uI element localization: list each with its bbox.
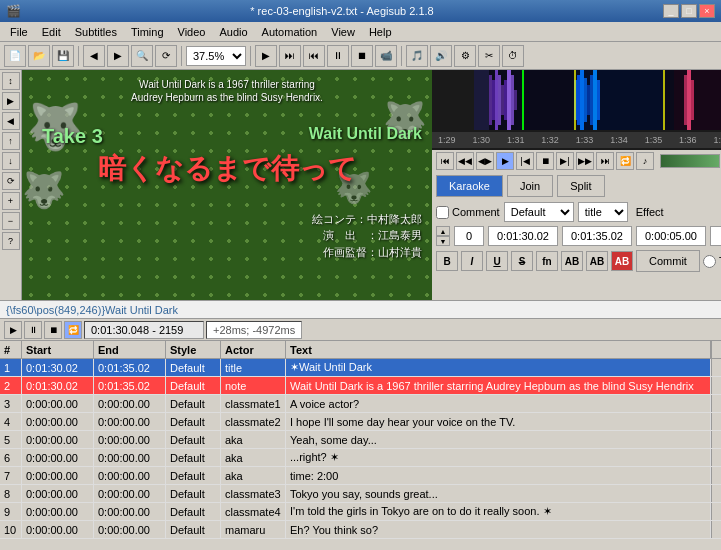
- karaoke-button[interactable]: Karaoke: [436, 175, 503, 197]
- vc-play[interactable]: ▶: [4, 321, 22, 339]
- credit3: 作画監督：山村洋貴: [312, 244, 422, 261]
- menu-subtitles[interactable]: Subtitles: [69, 25, 123, 39]
- tb-btn-3[interactable]: ⏮: [303, 45, 325, 67]
- table-row[interactable]: 2 0:01:30.02 0:01:35.02 Default note Wai…: [0, 377, 721, 395]
- maximize-button[interactable]: □: [681, 4, 697, 18]
- vc-loop[interactable]: 🔁: [64, 321, 82, 339]
- tb-btn-7[interactable]: 🎵: [406, 45, 428, 67]
- table-row[interactable]: 7 0:00:00.00 0:00:00.00 Default aka time…: [0, 467, 721, 485]
- save-button[interactable]: 💾: [52, 45, 74, 67]
- audio-sfx[interactable]: ♪: [636, 152, 654, 170]
- vt-btn-3[interactable]: ◀: [2, 112, 20, 130]
- strikethrough-button[interactable]: S: [511, 251, 533, 271]
- menu-file[interactable]: File: [4, 25, 34, 39]
- minimize-button[interactable]: _: [663, 4, 679, 18]
- ab2-button[interactable]: AB: [586, 251, 608, 271]
- tb-btn-5[interactable]: ⏹: [351, 45, 373, 67]
- waveform-area[interactable]: 1:29 1:30 1:31 1:32 1:33 1:34 1:35 1:36 …: [432, 70, 721, 150]
- layer-down[interactable]: ▼: [436, 236, 450, 246]
- new-button[interactable]: 📄: [4, 45, 26, 67]
- vc-pause[interactable]: ⏸: [24, 321, 42, 339]
- row-scroll-filler: [711, 395, 721, 412]
- fn-button[interactable]: fn: [536, 251, 558, 271]
- menu-video[interactable]: Video: [172, 25, 212, 39]
- close-button[interactable]: ×: [699, 4, 715, 18]
- ab3-button[interactable]: AB: [611, 251, 633, 271]
- table-row[interactable]: 10 0:00:00.00 0:00:00.00 Default mamaru …: [0, 521, 721, 539]
- menu-edit[interactable]: Edit: [36, 25, 67, 39]
- zoom-select[interactable]: 37.5%: [186, 46, 246, 66]
- layer-input[interactable]: [454, 226, 484, 246]
- menu-view[interactable]: View: [325, 25, 361, 39]
- row-scroll-filler: [711, 467, 721, 484]
- svg-rect-18: [593, 70, 597, 130]
- tb-btn-6[interactable]: 📹: [375, 45, 397, 67]
- table-row[interactable]: 9 0:00:00.00 0:00:00.00 Default classmat…: [0, 503, 721, 521]
- bold-button[interactable]: B: [436, 251, 458, 271]
- margin-input[interactable]: [710, 226, 721, 246]
- tb-btn-11[interactable]: ⏱: [502, 45, 524, 67]
- vt-btn-1[interactable]: ↕: [2, 72, 20, 90]
- style-select[interactable]: Default: [504, 202, 574, 222]
- vt-btn-4[interactable]: ↑: [2, 132, 20, 150]
- replace-button[interactable]: ⟳: [155, 45, 177, 67]
- commit-button[interactable]: Commit: [636, 250, 700, 272]
- vt-btn-7[interactable]: +: [2, 192, 20, 210]
- script-preview-text: {\fs60\pos(849,246)}Wait Until Dark: [6, 304, 178, 316]
- underline-button[interactable]: U: [486, 251, 508, 271]
- actor-select[interactable]: title: [578, 202, 628, 222]
- audio-play-after[interactable]: ▶|: [556, 152, 574, 170]
- tb-btn-8[interactable]: 🔊: [430, 45, 452, 67]
- audio-volume[interactable]: [660, 154, 720, 168]
- menu-automation[interactable]: Automation: [256, 25, 324, 39]
- audio-stop[interactable]: ⏹: [536, 152, 554, 170]
- audio-play-sel[interactable]: ▶: [496, 152, 514, 170]
- time-radio-input[interactable]: [703, 255, 716, 268]
- tb-btn-4[interactable]: ⏸: [327, 45, 349, 67]
- open-button[interactable]: 📂: [28, 45, 50, 67]
- undo-button[interactable]: ◀: [83, 45, 105, 67]
- audio-goto-start[interactable]: ⏮: [436, 152, 454, 170]
- audio-next[interactable]: ▶▶: [576, 152, 594, 170]
- table-row[interactable]: 4 0:00:00.00 0:00:00.00 Default classmat…: [0, 413, 721, 431]
- comment-checkbox[interactable]: [436, 206, 449, 219]
- menu-help[interactable]: Help: [363, 25, 398, 39]
- tb-btn-10[interactable]: ✂: [478, 45, 500, 67]
- vt-btn-9[interactable]: ?: [2, 232, 20, 250]
- audio-loop[interactable]: 🔁: [616, 152, 634, 170]
- svg-rect-4: [495, 70, 498, 130]
- audio-play-before[interactable]: |◀: [516, 152, 534, 170]
- split-button[interactable]: Split: [557, 175, 604, 197]
- vt-btn-2[interactable]: ▶: [2, 92, 20, 110]
- end-time-input[interactable]: [562, 226, 632, 246]
- join-button[interactable]: Join: [507, 175, 553, 197]
- scroll-indicator: [711, 341, 721, 358]
- table-row[interactable]: 8 0:00:00.00 0:00:00.00 Default classmat…: [0, 485, 721, 503]
- italic-button[interactable]: I: [461, 251, 483, 271]
- tb-btn-2[interactable]: ⏭: [279, 45, 301, 67]
- menu-timing[interactable]: Timing: [125, 25, 170, 39]
- audio-goto-end[interactable]: ⏭: [596, 152, 614, 170]
- tc-5: 1:33: [576, 135, 594, 145]
- menu-audio[interactable]: Audio: [213, 25, 253, 39]
- vc-stop[interactable]: ⏹: [44, 321, 62, 339]
- ab1-button[interactable]: AB: [561, 251, 583, 271]
- start-time-input[interactable]: [488, 226, 558, 246]
- audio-prev[interactable]: ◀◀: [456, 152, 474, 170]
- duration-input[interactable]: [636, 226, 706, 246]
- vt-btn-8[interactable]: −: [2, 212, 20, 230]
- audio-play-prev[interactable]: ◀▶: [476, 152, 494, 170]
- table-row[interactable]: 6 0:00:00.00 0:00:00.00 Default aka ...r…: [0, 449, 721, 467]
- vt-btn-6[interactable]: ⟳: [2, 172, 20, 190]
- vt-btn-5[interactable]: ↓: [2, 152, 20, 170]
- find-button[interactable]: 🔍: [131, 45, 153, 67]
- tb-btn-9[interactable]: ⚙: [454, 45, 476, 67]
- table-row[interactable]: 5 0:00:00.00 0:00:00.00 Default aka Yeah…: [0, 431, 721, 449]
- cell-style: Default: [166, 449, 221, 466]
- tb-btn-1[interactable]: ▶: [255, 45, 277, 67]
- table-row[interactable]: 3 0:00:00.00 0:00:00.00 Default classmat…: [0, 395, 721, 413]
- layer-up[interactable]: ▲: [436, 226, 450, 236]
- redo-button[interactable]: ▶: [107, 45, 129, 67]
- cell-end: 0:00:00.00: [94, 467, 166, 484]
- table-row[interactable]: 1 0:01:30.02 0:01:35.02 Default title ✶W…: [0, 359, 721, 377]
